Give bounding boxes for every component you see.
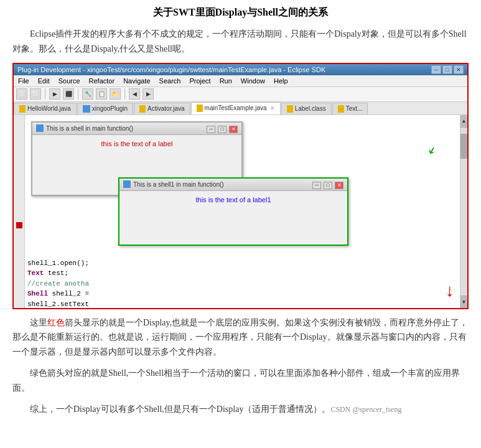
label-icon: [287, 105, 293, 113]
ide-screenshot: Plug-in Development - xingooTest/src/com…: [12, 63, 469, 309]
toolbar-icon-8[interactable]: ◀: [129, 88, 140, 100]
shell2-minimize[interactable]: ─: [312, 182, 321, 189]
activator-icon: [139, 105, 146, 113]
shell-window-2[interactable]: This is a shell1 in main function() ─ □ …: [118, 177, 348, 246]
toolbar-icon-7[interactable]: 📁: [110, 88, 121, 100]
tab-main[interactable]: mainTestExample.java ✕: [191, 102, 281, 114]
shell1-close[interactable]: ✕: [229, 126, 238, 133]
tab-activator[interactable]: Activator.java: [134, 103, 190, 114]
plugin-icon: [83, 105, 90, 113]
eclipse-window-buttons: ─ □ ✕: [431, 65, 464, 74]
scrollbar-thumb[interactable]: [460, 134, 467, 159]
minimize-button[interactable]: ─: [431, 65, 441, 74]
shell1-title-text: This is a shell in main function(): [46, 124, 133, 133]
shell2-restore[interactable]: □: [324, 182, 332, 189]
red-arrow-paragraph: 这里红色箭头显示的就是一个Display,也就是一个底层的应用实例。如果这个实例…: [12, 315, 469, 360]
shell1-icon: [36, 124, 44, 132]
menu-refactor[interactable]: Refactor: [87, 77, 117, 85]
code-line-1: shell_1.open();: [27, 258, 225, 269]
toolbar-icon-5[interactable]: 🔧: [82, 88, 93, 100]
code-editor[interactable]: shell_1.open(); Text test; //create anot…: [25, 115, 460, 308]
menu-help[interactable]: Help: [272, 77, 290, 85]
shell2-title-left: This is a shell1 in main function(): [123, 180, 224, 189]
editor-gutter: [14, 115, 25, 308]
shell1-restore[interactable]: □: [218, 126, 226, 133]
code-line-2: Text test;: [27, 268, 225, 279]
shell1-minimize[interactable]: ─: [207, 126, 215, 133]
code-line-4: Shell shell_2 =: [27, 289, 225, 299]
toolbar-icon-6[interactable]: 📋: [96, 88, 107, 100]
tab-activator-label: Activator.java: [147, 105, 184, 112]
page-title: 关于SWT里面Display与Shell之间的关系: [12, 6, 469, 19]
scrollbar-down[interactable]: ▼: [460, 296, 467, 308]
code-line-3: //create anotha: [27, 279, 225, 289]
red-arrow-icon: ↓: [444, 279, 455, 305]
eclipse-titlebar: Plug-in Development - xingooTest/src/com…: [14, 64, 467, 75]
tab-label[interactable]: Label.class: [281, 103, 332, 114]
toolbar-separator-1: [45, 88, 45, 100]
toolbar-separator-3: [124, 88, 125, 100]
shell1-label: this is the text of a label: [36, 139, 238, 149]
tab-text-label: Text...: [346, 105, 363, 112]
toolbar-icon-1[interactable]: ⬜: [16, 88, 27, 100]
close-button[interactable]: ✕: [454, 65, 464, 74]
toolbar-separator-2: [78, 88, 78, 100]
shell1-title-left: This is a shell in main function(): [36, 124, 133, 133]
page-container: 关于SWT里面Display与Shell之间的关系 Eclipse插件开发的程序…: [0, 0, 481, 429]
menu-edit[interactable]: Edit: [36, 77, 52, 85]
menu-run[interactable]: Run: [218, 77, 234, 85]
shell2-close[interactable]: ✕: [335, 182, 343, 189]
tab-helloworld-label: HelloWorld.java: [27, 105, 71, 112]
code-block: shell_1.open(); Text test; //create anot…: [27, 258, 225, 308]
shell2-titlebar: This is a shell1 in main function() ─ □ …: [119, 179, 347, 191]
toolbar-icon-4[interactable]: ⬛: [63, 88, 74, 100]
shell2-content: this is the text of a label1: [119, 191, 347, 209]
green-arrow-paragraph: 绿色箭头对应的就是Shell,一个Shell相当于一个活动的窗口，可以在里面添加…: [12, 366, 469, 396]
toolbar-icon-9[interactable]: ▶: [142, 88, 154, 100]
tab-text[interactable]: Text...: [332, 103, 368, 114]
scrollbar-track: [460, 128, 467, 296]
eclipse-main-area: shell_1.open(); Text test; //create anot…: [14, 115, 467, 308]
menu-search[interactable]: Search: [157, 77, 183, 85]
shell2-icon: [123, 180, 131, 188]
restore-button[interactable]: □: [442, 65, 452, 74]
code-line-5: shell_2.setText: [27, 299, 225, 308]
menu-file[interactable]: File: [16, 77, 31, 85]
intro-paragraph: Eclipse插件开发的程序大多有个不成文的规定，一个程序活动期间，只能有一个D…: [12, 27, 469, 57]
tab-xingoo[interactable]: xingooPlugin: [77, 103, 133, 114]
eclipse-toolbar: ⬜ ⬜ ▶ ⬛ 🔧 📋 📁 ◀ ▶: [14, 87, 467, 102]
eclipse-tabs: HelloWorld.java xingooPlugin Activator.j…: [14, 102, 467, 115]
shell2-title-text: This is a shell1 in main function(): [133, 180, 224, 189]
summary-paragraph: 综上，一个Display可以有多个Shell,但是只有一个Display（适用于…: [12, 402, 469, 417]
eclipse-title-text: Plug-in Development - xingooTest/src/com…: [17, 66, 325, 73]
shell2-buttons: ─ □ ✕: [312, 180, 343, 189]
tab-xingoo-label: xingooPlugin: [92, 105, 128, 112]
menu-window[interactable]: Window: [239, 77, 267, 85]
shell1-content: this is the text of a label: [32, 135, 241, 153]
menu-navigate[interactable]: Navigate: [121, 77, 152, 85]
java-file-icon: [19, 105, 26, 113]
main-icon: [197, 105, 203, 112]
tab-helloworld[interactable]: HelloWorld.java: [14, 103, 77, 114]
green-arrow-icon: ➔: [420, 141, 442, 159]
toolbar-icon-2[interactable]: ⬜: [30, 88, 41, 100]
tab-label-label: Label.class: [295, 105, 326, 112]
eclipse-menubar: File Edit Source Refactor Navigate Searc…: [14, 75, 467, 87]
shell1-titlebar: This is a shell in main function() ─ □ ✕: [32, 123, 241, 135]
menu-source[interactable]: Source: [57, 77, 82, 85]
text-icon: [338, 105, 344, 113]
toolbar-icon-3[interactable]: ▶: [49, 88, 60, 100]
tab-main-label: mainTestExample.java: [205, 105, 267, 111]
editor-scrollbar[interactable]: ▲ ▼: [460, 115, 467, 308]
shell1-buttons: ─ □ ✕: [206, 124, 238, 133]
menu-project[interactable]: Project: [187, 77, 212, 85]
gutter-marker-1: [16, 222, 22, 228]
shell2-label: this is the text of a label1: [123, 195, 343, 205]
scrollbar-up[interactable]: ▲: [460, 115, 467, 128]
